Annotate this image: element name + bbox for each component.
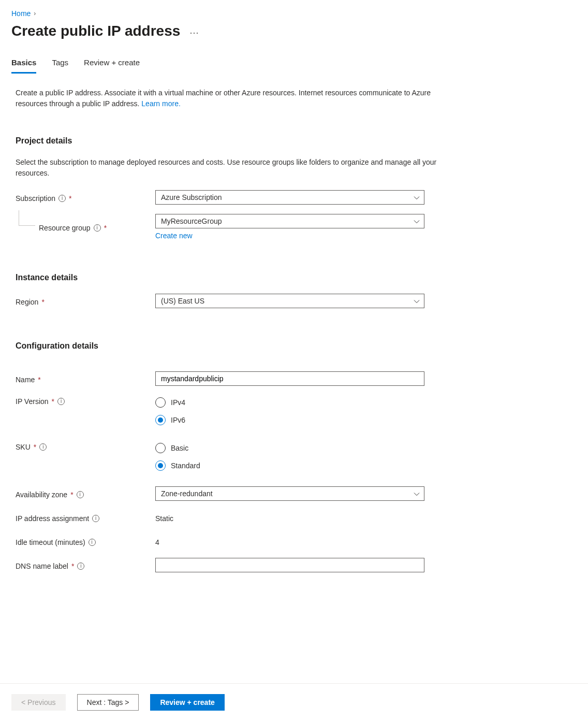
previous-button: < Previous xyxy=(11,694,66,711)
chevron-down-icon xyxy=(414,491,420,497)
required-indicator: * xyxy=(38,376,40,384)
radio-ipv4-label: IPv4 xyxy=(171,398,185,407)
ip-assignment-value: Static xyxy=(155,512,424,523)
required-indicator: * xyxy=(41,298,44,306)
section-project-details: Project details xyxy=(16,136,437,146)
ip-version-radio-group: IPv4 IPv6 xyxy=(155,395,424,425)
intro-body: Create a public IP address. Associate it… xyxy=(16,89,431,108)
info-icon[interactable]: i xyxy=(94,224,101,232)
radio-ipv4[interactable]: IPv4 xyxy=(155,397,424,408)
radio-icon xyxy=(155,415,166,425)
availability-zone-label: Availability zone * i xyxy=(16,488,155,499)
name-input-field[interactable] xyxy=(161,372,408,385)
intro-text: Create a public IP address. Associate it… xyxy=(16,88,437,109)
required-indicator: * xyxy=(69,194,71,203)
dns-name-label: DNS name label * i xyxy=(16,560,155,570)
subscription-label: Subscription i * xyxy=(16,192,155,203)
dns-name-input[interactable] xyxy=(155,558,424,572)
info-icon[interactable]: i xyxy=(57,398,65,405)
tab-review-create[interactable]: Review + create xyxy=(84,58,140,74)
tab-bar: Basics Tags Review + create xyxy=(11,58,577,74)
ip-assignment-label-text: IP address assignment xyxy=(16,514,89,523)
availability-zone-select[interactable]: Zone-redundant xyxy=(155,486,424,501)
info-icon[interactable]: i xyxy=(77,491,84,498)
section-instance-details: Instance details xyxy=(16,273,437,282)
tab-tags[interactable]: Tags xyxy=(52,58,68,74)
dns-name-label-text: DNS name label xyxy=(16,562,68,570)
idle-timeout-label-text: Idle timeout (minutes) xyxy=(16,538,85,546)
availability-zone-value: Zone-redundant xyxy=(161,489,213,498)
resource-group-label: Resource group i * xyxy=(16,222,155,232)
breadcrumb: Home › xyxy=(11,9,577,18)
required-indicator: * xyxy=(70,491,73,499)
project-details-desc: Select the subscription to manage deploy… xyxy=(16,157,437,179)
radio-ipv6[interactable]: IPv6 xyxy=(155,415,424,425)
subscription-label-text: Subscription xyxy=(16,194,55,203)
region-select[interactable]: (US) East US xyxy=(155,294,424,308)
page-title: Create public IP address xyxy=(11,23,180,39)
ip-version-label: IP Version * i xyxy=(16,395,155,406)
radio-ipv6-label: IPv6 xyxy=(171,416,185,424)
create-new-rg-link[interactable]: Create new xyxy=(155,232,193,240)
idle-timeout-label: Idle timeout (minutes) i xyxy=(16,536,155,546)
region-label-text: Region xyxy=(16,298,38,306)
radio-icon xyxy=(155,443,166,453)
sku-radio-group: Basic Standard xyxy=(155,441,424,471)
radio-sku-standard[interactable]: Standard xyxy=(155,460,424,471)
info-icon[interactable]: i xyxy=(89,539,96,546)
radio-basic-label: Basic xyxy=(171,444,188,452)
review-create-button[interactable]: Review + create xyxy=(150,694,224,711)
required-indicator: * xyxy=(52,397,54,406)
resource-group-select[interactable]: MyResourceGroup xyxy=(155,214,424,228)
next-button[interactable]: Next : Tags > xyxy=(77,694,139,711)
region-value: (US) East US xyxy=(161,297,204,305)
radio-icon xyxy=(155,460,166,471)
info-icon[interactable]: i xyxy=(92,515,99,522)
chevron-down-icon xyxy=(414,194,420,200)
subscription-select[interactable]: Azure Subscription xyxy=(155,190,424,205)
chevron-down-icon xyxy=(414,298,420,304)
required-indicator: * xyxy=(71,562,74,570)
subscription-value: Azure Subscription xyxy=(161,193,222,201)
region-label: Region * xyxy=(16,296,155,306)
required-indicator: * xyxy=(104,224,107,232)
ip-assignment-label: IP address assignment i xyxy=(16,512,155,523)
section-configuration-details: Configuration details xyxy=(16,341,437,351)
idle-timeout-value: 4 xyxy=(155,536,424,546)
tree-line xyxy=(19,210,35,226)
sku-label-text: SKU xyxy=(16,443,31,451)
radio-icon xyxy=(155,397,166,408)
sku-label: SKU * i xyxy=(16,441,155,451)
name-label-text: Name xyxy=(16,376,35,384)
footer-bar: < Previous Next : Tags > Review + create xyxy=(0,683,588,721)
dns-name-input-field[interactable] xyxy=(161,558,408,572)
more-actions-button[interactable]: ⋯ xyxy=(189,25,200,37)
resource-group-value: MyResourceGroup xyxy=(161,217,222,225)
radio-sku-basic[interactable]: Basic xyxy=(155,443,424,453)
tab-basics[interactable]: Basics xyxy=(11,58,36,74)
availability-zone-label-text: Availability zone xyxy=(16,491,67,499)
required-indicator: * xyxy=(34,443,36,451)
info-icon[interactable]: i xyxy=(39,443,47,451)
chevron-right-icon: › xyxy=(34,10,36,17)
breadcrumb-home[interactable]: Home xyxy=(11,9,31,18)
info-icon[interactable]: i xyxy=(58,195,66,202)
chevron-down-icon xyxy=(414,218,420,224)
learn-more-link[interactable]: Learn more. xyxy=(141,99,180,108)
name-input[interactable] xyxy=(155,371,424,386)
resource-group-label-text: Resource group xyxy=(39,224,91,232)
info-icon[interactable]: i xyxy=(77,563,84,570)
radio-standard-label: Standard xyxy=(171,462,200,470)
ip-version-label-text: IP Version xyxy=(16,397,49,406)
name-label: Name * xyxy=(16,373,155,384)
